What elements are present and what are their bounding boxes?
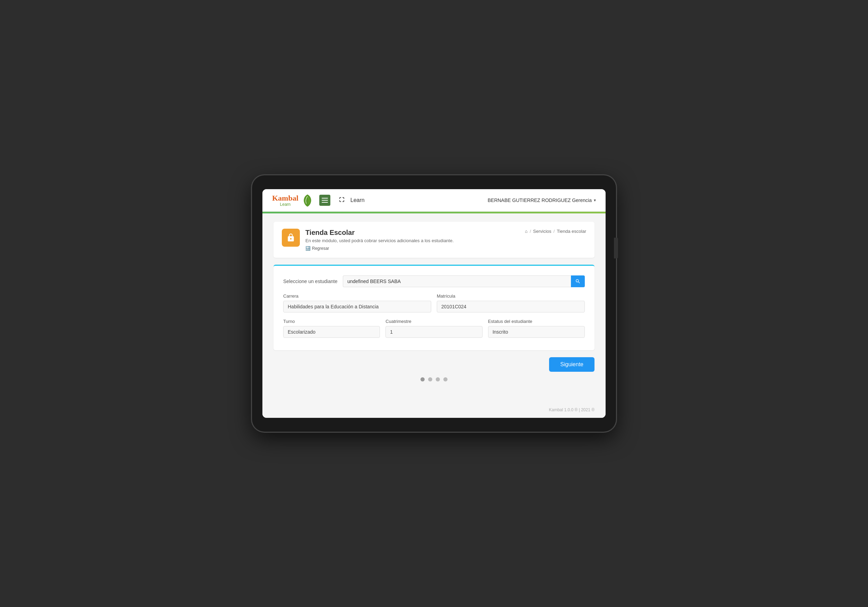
carrera-input[interactable] bbox=[283, 301, 431, 313]
logo: Kambal Learn bbox=[272, 194, 314, 207]
breadcrumb: ⌂ / Servicios / Tienda escolar bbox=[525, 229, 586, 234]
back-icon: 🔙 bbox=[305, 246, 311, 251]
matricula-input[interactable] bbox=[437, 301, 585, 313]
user-menu[interactable]: BERNABE GUTIERREZ RODRIGUEZ Gerencia ▾ bbox=[488, 197, 596, 203]
actions-row: Siguiente bbox=[273, 357, 595, 372]
breadcrumb-servicios: Servicios bbox=[533, 229, 552, 234]
form-card: Seleccione un estudiante Carrera bbox=[273, 265, 595, 350]
turno-field: Turno bbox=[283, 319, 380, 338]
turno-label: Turno bbox=[283, 319, 380, 324]
footer: Kambal 1.0.0 ® | 2021 ® bbox=[262, 405, 606, 418]
back-button[interactable]: 🔙 Regresar bbox=[305, 246, 454, 251]
siguiente-button[interactable]: Siguiente bbox=[549, 357, 595, 372]
cuatrimestre-field: Cuatrimestre bbox=[386, 319, 482, 338]
carrera-field: Carrera bbox=[283, 293, 431, 313]
user-name-label: BERNABE GUTIERREZ RODRIGUEZ Gerencia bbox=[488, 197, 592, 203]
breadcrumb-home: ⌂ bbox=[525, 229, 528, 234]
search-button[interactable] bbox=[571, 276, 585, 287]
estatus-label: Estatus del estudiante bbox=[488, 319, 585, 324]
footer-text: Kambal 1.0.0 ® | 2021 ® bbox=[549, 407, 595, 412]
estatus-input[interactable] bbox=[488, 326, 585, 338]
back-label: Regresar bbox=[312, 246, 329, 251]
app-name-label: Learn bbox=[350, 197, 365, 203]
dot-3 bbox=[436, 377, 440, 381]
logo-leaf-icon bbox=[301, 194, 314, 207]
student-search-wrap bbox=[343, 276, 585, 287]
chevron-down-icon: ▾ bbox=[594, 198, 596, 203]
carrera-label: Carrera bbox=[283, 293, 431, 299]
matricula-label: Matrícula bbox=[437, 293, 585, 299]
page-title: Tienda Escolar bbox=[305, 229, 454, 237]
turno-input[interactable] bbox=[283, 326, 380, 338]
matricula-field: Matrícula bbox=[437, 293, 585, 313]
logo-kambal-text: Kambal bbox=[272, 194, 298, 202]
menu-button[interactable] bbox=[319, 195, 330, 206]
cuatrimestre-label: Cuatrimestre bbox=[386, 319, 482, 324]
carrera-matricula-row: Carrera Matrícula bbox=[283, 293, 585, 313]
dot-4 bbox=[443, 377, 448, 381]
student-input[interactable] bbox=[343, 276, 571, 287]
page-icon bbox=[282, 229, 300, 247]
breadcrumb-current: Tienda escolar bbox=[557, 229, 586, 234]
estatus-field: Estatus del estudiante bbox=[488, 319, 585, 338]
pagination-dots bbox=[273, 377, 595, 381]
page-subtitle: En este módulo, usted podrá cobrar servi… bbox=[305, 238, 454, 243]
expand-button[interactable] bbox=[339, 197, 345, 204]
student-label: Seleccione un estudiante bbox=[283, 279, 339, 284]
logo-learn-text: Learn bbox=[272, 202, 298, 206]
dot-2 bbox=[428, 377, 432, 381]
dot-1 bbox=[420, 377, 425, 381]
student-row: Seleccione un estudiante bbox=[283, 276, 585, 287]
cuatrimestre-input[interactable] bbox=[386, 326, 482, 338]
turno-cuatrimestre-estatus-row: Turno Cuatrimestre Estatus del estudiant… bbox=[283, 319, 585, 338]
page-header: Tienda Escolar En este módulo, usted pod… bbox=[273, 222, 595, 258]
